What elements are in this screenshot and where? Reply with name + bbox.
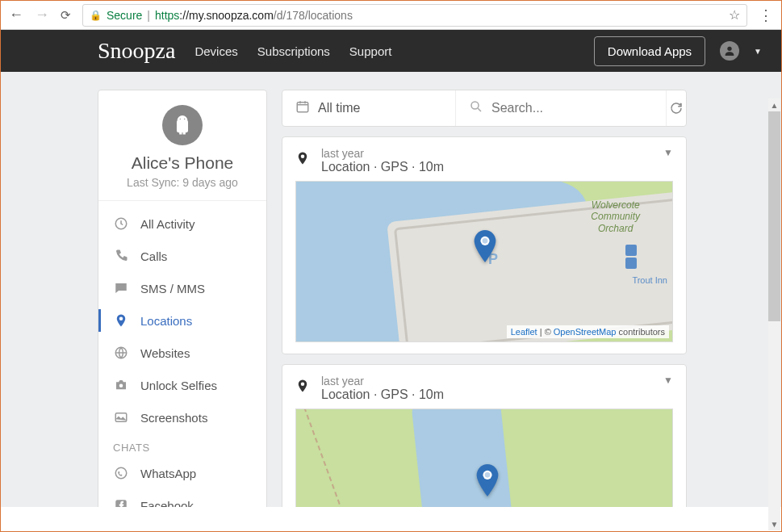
calendar-icon: [295, 99, 310, 117]
sidebar-item-screenshots[interactable]: Screenshots: [98, 401, 266, 434]
sidebar-item-sms[interactable]: SMS / MMS: [98, 272, 266, 304]
svg-point-14: [485, 472, 491, 478]
browser-menu-icon[interactable]: ⋮: [759, 6, 773, 24]
svg-point-12: [483, 238, 488, 244]
address-bar: ← → ⟳ 🔒 Secure | https://my.snoopza.com/…: [1, 1, 781, 30]
nav-support[interactable]: Support: [349, 44, 392, 58]
filter-bar: All time: [282, 90, 687, 127]
whatsapp-icon: [113, 465, 129, 481]
location-meta: Location · GPS · 10m: [321, 160, 652, 174]
nav-subscriptions[interactable]: Subscriptions: [257, 44, 330, 58]
sidebar-item-label: Facebook: [140, 499, 194, 508]
map-marker-icon: [476, 464, 499, 500]
location-card: last year Location · GPS · 10m ▼ P Wolve…: [282, 136, 687, 354]
chats-section-label: CHATS: [98, 434, 266, 457]
facebook-icon: [113, 497, 129, 507]
reload-icon[interactable]: ⟳: [61, 8, 71, 23]
content-area: Alice's Phone Last Sync: 9 days ago All …: [1, 72, 781, 507]
camera-icon: [113, 377, 129, 393]
search-icon: [469, 99, 483, 117]
date-filter-label: All time: [318, 101, 360, 115]
user-menu-caret-icon[interactable]: ▼: [754, 47, 762, 56]
sidebar-item-label: WhatsApp: [140, 467, 196, 480]
globe-icon: [113, 345, 129, 361]
bookmark-star-icon[interactable]: ☆: [729, 7, 740, 23]
app-header: Snoopza Devices Subscriptions Support Do…: [1, 30, 781, 72]
sidebar-item-all-activity[interactable]: All Activity: [98, 207, 266, 240]
sidebar-item-whatsapp[interactable]: WhatsApp: [98, 457, 266, 489]
sidebar-item-label: SMS / MMS: [140, 282, 205, 295]
search-field[interactable]: [491, 101, 653, 115]
osm-link[interactable]: OpenStreetMap: [554, 327, 617, 337]
nav-devices[interactable]: Devices: [194, 44, 237, 58]
leaflet-link[interactable]: Leaflet: [511, 327, 537, 337]
svg-point-5: [119, 384, 123, 388]
message-icon: [113, 280, 129, 296]
secure-label: Secure: [107, 9, 142, 22]
clock-icon: [113, 216, 129, 232]
url-input[interactable]: 🔒 Secure | https://my.snoopza.com/d/178/…: [82, 4, 747, 27]
device-sidebar: Alice's Phone Last Sync: 9 days ago All …: [98, 90, 267, 507]
location-pin-icon: [295, 376, 310, 400]
date-filter[interactable]: All time: [282, 90, 456, 126]
location-card: last year Location · GPS · 10m ▼: [282, 364, 687, 507]
bus-stop-icon: [625, 258, 637, 269]
svg-point-1: [180, 119, 181, 119]
page-scrollbar[interactable]: ▲ ▼: [768, 98, 780, 530]
svg-point-7: [115, 467, 127, 479]
logo[interactable]: Snoopza: [98, 38, 175, 64]
scroll-down-icon[interactable]: ▼: [768, 517, 780, 530]
sidebar-item-label: Calls: [140, 249, 167, 263]
map-orchard-label: Wolvercote Community Orchard: [591, 199, 640, 234]
svg-point-10: [471, 102, 479, 109]
location-time: last year: [321, 147, 652, 160]
sidebar-item-websites[interactable]: Websites: [98, 337, 266, 369]
image-icon: [113, 409, 129, 425]
url-host: ://my.snoopza.com: [179, 9, 273, 22]
user-avatar-icon[interactable]: [720, 41, 739, 61]
sidebar-item-locations[interactable]: Locations: [98, 304, 266, 337]
chevron-down-icon[interactable]: ▼: [663, 147, 673, 158]
download-apps-button[interactable]: Download Apps: [594, 36, 705, 66]
url-path: /d/178/locations: [274, 9, 353, 22]
sidebar-item-label: All Activity: [140, 217, 195, 231]
scroll-up-icon[interactable]: ▲: [768, 98, 780, 111]
sidebar-item-label: Screenshots: [140, 411, 207, 425]
sidebar-item-facebook[interactable]: Facebook: [98, 489, 266, 507]
svg-point-0: [727, 47, 731, 51]
map-attribution: Leaflet | © OpenStreetMap contributors: [507, 325, 669, 338]
window-minimize-icon[interactable]: —: [663, 0, 700, 1]
url-scheme: https: [155, 9, 179, 22]
window-close-icon[interactable]: ✕: [738, 0, 775, 1]
search-input[interactable]: [456, 90, 667, 126]
top-nav: Devices Subscriptions Support: [194, 44, 391, 58]
lock-icon: 🔒: [90, 10, 102, 21]
android-icon: [162, 105, 203, 145]
sidebar-item-unlock-selfies[interactable]: Unlock Selfies: [98, 369, 266, 401]
sidebar-item-label: Locations: [140, 314, 192, 328]
location-pin-icon: [113, 312, 129, 329]
location-time: last year: [321, 375, 652, 387]
last-sync: Last Sync: 9 days ago: [108, 176, 257, 189]
map-marker-icon: [474, 230, 496, 266]
map-panel[interactable]: P Wolvercote Community Orchard Trout Inn…: [295, 181, 673, 342]
sidebar-item-calls[interactable]: Calls: [98, 240, 266, 272]
svg-rect-9: [297, 103, 308, 112]
scroll-thumb[interactable]: [768, 111, 780, 321]
svg-point-2: [184, 119, 185, 119]
chevron-down-icon[interactable]: ▼: [663, 375, 673, 386]
map-trout-label: Trout Inn: [632, 275, 667, 285]
phone-icon: [113, 248, 129, 264]
location-meta: Location · GPS · 10m: [321, 387, 652, 402]
forward-icon[interactable]: →: [35, 6, 49, 23]
back-icon[interactable]: ←: [9, 6, 23, 23]
location-pin-icon: [295, 149, 310, 172]
window-maximize-icon[interactable]: ☐: [700, 0, 738, 1]
sidebar-item-label: Unlock Selfies: [140, 379, 217, 392]
refresh-button[interactable]: [667, 90, 686, 126]
bus-stop-icon: [625, 245, 637, 256]
browser-tab[interactable]: S Locations · Alice's Phone ×: [7, 0, 165, 1]
map-panel[interactable]: [295, 408, 673, 507]
device-name: Alice's Phone: [108, 153, 257, 173]
svg-rect-6: [115, 413, 127, 422]
